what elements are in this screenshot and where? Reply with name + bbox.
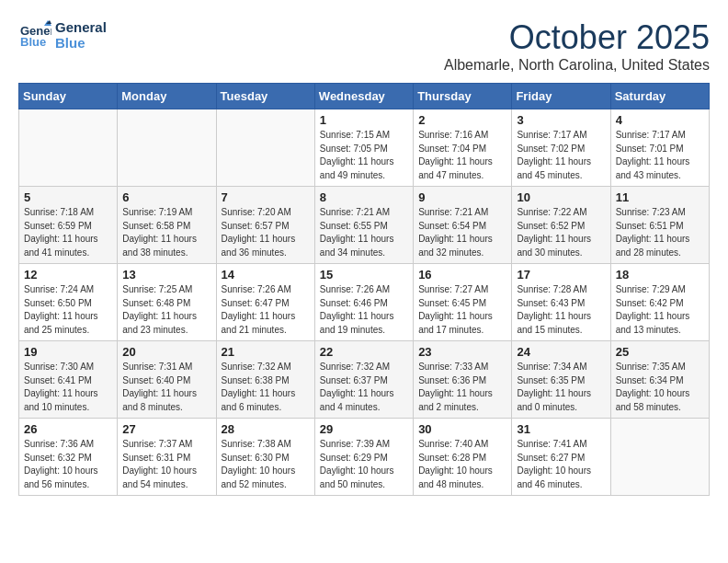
calendar-cell (19, 109, 118, 187)
calendar-cell: 1Sunrise: 7:15 AM Sunset: 7:05 PM Daylig… (314, 109, 413, 187)
day-info: Sunrise: 7:40 AM Sunset: 6:28 PM Dayligh… (418, 438, 506, 491)
day-number: 26 (24, 422, 112, 436)
logo-line1: General (55, 19, 107, 35)
calendar-header: SundayMondayTuesdayWednesdayThursdayFrid… (19, 84, 710, 109)
day-number: 4 (616, 113, 704, 127)
day-info: Sunrise: 7:29 AM Sunset: 6:42 PM Dayligh… (616, 283, 704, 337)
day-number: 1 (320, 113, 408, 127)
day-info: Sunrise: 7:28 AM Sunset: 6:43 PM Dayligh… (517, 283, 605, 337)
day-info: Sunrise: 7:32 AM Sunset: 6:37 PM Dayligh… (320, 361, 408, 414)
day-number: 13 (122, 268, 210, 282)
calendar-cell: 30Sunrise: 7:40 AM Sunset: 6:28 PM Dayli… (414, 419, 512, 496)
day-info: Sunrise: 7:23 AM Sunset: 6:51 PM Dayligh… (616, 206, 704, 259)
day-info: Sunrise: 7:17 AM Sunset: 7:01 PM Dayligh… (616, 129, 704, 182)
calendar-cell: 2Sunrise: 7:16 AM Sunset: 7:04 PM Daylig… (414, 109, 512, 187)
day-info: Sunrise: 7:25 AM Sunset: 6:48 PM Dayligh… (122, 283, 210, 337)
page-header: General Blue General Blue October 2025 A… (18, 18, 710, 74)
calendar-week-row: 5Sunrise: 7:18 AM Sunset: 6:59 PM Daylig… (19, 187, 710, 264)
calendar-cell: 13Sunrise: 7:25 AM Sunset: 6:48 PM Dayli… (118, 264, 216, 341)
calendar-cell: 9Sunrise: 7:21 AM Sunset: 6:54 PM Daylig… (414, 187, 512, 264)
calendar-cell: 12Sunrise: 7:24 AM Sunset: 6:50 PM Dayli… (19, 264, 118, 341)
calendar-cell: 7Sunrise: 7:20 AM Sunset: 6:57 PM Daylig… (216, 187, 314, 264)
day-number: 14 (222, 268, 310, 282)
logo-line2: Blue (55, 35, 107, 51)
calendar-cell: 3Sunrise: 7:17 AM Sunset: 7:02 PM Daylig… (512, 109, 610, 187)
day-number: 6 (122, 190, 210, 204)
day-number: 18 (616, 268, 704, 282)
day-number: 16 (418, 268, 506, 282)
day-number: 8 (320, 190, 408, 204)
day-info: Sunrise: 7:39 AM Sunset: 6:29 PM Dayligh… (320, 438, 408, 491)
weekday-header: Tuesday (216, 84, 314, 109)
day-info: Sunrise: 7:37 AM Sunset: 6:31 PM Dayligh… (122, 438, 210, 491)
logo-icon: General Blue (18, 18, 51, 52)
day-number: 25 (616, 345, 704, 359)
day-info: Sunrise: 7:27 AM Sunset: 6:45 PM Dayligh… (418, 283, 506, 337)
calendar-cell: 10Sunrise: 7:22 AM Sunset: 6:52 PM Dayli… (512, 187, 610, 264)
day-info: Sunrise: 7:35 AM Sunset: 6:34 PM Dayligh… (616, 361, 704, 414)
day-number: 17 (517, 268, 605, 282)
calendar-cell: 21Sunrise: 7:32 AM Sunset: 6:38 PM Dayli… (216, 341, 314, 419)
day-number: 12 (24, 268, 112, 282)
day-info: Sunrise: 7:31 AM Sunset: 6:40 PM Dayligh… (122, 361, 210, 414)
weekday-header: Wednesday (314, 84, 413, 109)
day-info: Sunrise: 7:20 AM Sunset: 6:57 PM Dayligh… (222, 206, 310, 259)
weekday-header: Sunday (19, 84, 118, 109)
day-info: Sunrise: 7:26 AM Sunset: 6:46 PM Dayligh… (320, 283, 408, 337)
day-number: 11 (616, 190, 704, 204)
day-info: Sunrise: 7:19 AM Sunset: 6:58 PM Dayligh… (122, 206, 210, 259)
calendar-cell: 15Sunrise: 7:26 AM Sunset: 6:46 PM Dayli… (314, 264, 413, 341)
calendar-cell: 19Sunrise: 7:30 AM Sunset: 6:41 PM Dayli… (19, 341, 118, 419)
day-info: Sunrise: 7:18 AM Sunset: 6:59 PM Dayligh… (24, 206, 112, 259)
calendar-cell (118, 109, 216, 187)
calendar-cell: 24Sunrise: 7:34 AM Sunset: 6:35 PM Dayli… (512, 341, 610, 419)
day-number: 21 (222, 345, 310, 359)
calendar-cell: 5Sunrise: 7:18 AM Sunset: 6:59 PM Daylig… (19, 187, 118, 264)
day-number: 22 (320, 345, 408, 359)
calendar-week-row: 12Sunrise: 7:24 AM Sunset: 6:50 PM Dayli… (19, 264, 710, 341)
day-number: 28 (222, 422, 310, 436)
day-info: Sunrise: 7:21 AM Sunset: 6:54 PM Dayligh… (418, 206, 506, 259)
location: Albemarle, North Carolina, United States (444, 57, 710, 74)
day-number: 23 (418, 345, 506, 359)
calendar-cell: 4Sunrise: 7:17 AM Sunset: 7:01 PM Daylig… (610, 109, 709, 187)
calendar-cell: 6Sunrise: 7:19 AM Sunset: 6:58 PM Daylig… (118, 187, 216, 264)
weekday-header: Friday (512, 84, 610, 109)
day-info: Sunrise: 7:36 AM Sunset: 6:32 PM Dayligh… (24, 438, 112, 491)
calendar-cell: 22Sunrise: 7:32 AM Sunset: 6:37 PM Dayli… (314, 341, 413, 419)
calendar-cell: 25Sunrise: 7:35 AM Sunset: 6:34 PM Dayli… (610, 341, 709, 419)
calendar-cell: 18Sunrise: 7:29 AM Sunset: 6:42 PM Dayli… (610, 264, 709, 341)
day-info: Sunrise: 7:17 AM Sunset: 7:02 PM Dayligh… (517, 129, 605, 182)
calendar-cell: 8Sunrise: 7:21 AM Sunset: 6:55 PM Daylig… (314, 187, 413, 264)
calendar-cell: 14Sunrise: 7:26 AM Sunset: 6:47 PM Dayli… (216, 264, 314, 341)
day-number: 3 (517, 113, 605, 127)
day-number: 30 (418, 422, 506, 436)
calendar-cell: 29Sunrise: 7:39 AM Sunset: 6:29 PM Dayli… (314, 419, 413, 496)
calendar-cell (610, 419, 709, 496)
day-number: 29 (320, 422, 408, 436)
calendar-week-row: 1Sunrise: 7:15 AM Sunset: 7:05 PM Daylig… (19, 109, 710, 187)
title-block: October 2025 Albemarle, North Carolina, … (444, 18, 710, 74)
logo: General Blue General Blue (18, 18, 107, 52)
calendar-week-row: 26Sunrise: 7:36 AM Sunset: 6:32 PM Dayli… (19, 419, 710, 496)
day-number: 10 (517, 190, 605, 204)
day-number: 15 (320, 268, 408, 282)
day-info: Sunrise: 7:26 AM Sunset: 6:47 PM Dayligh… (222, 283, 310, 337)
day-info: Sunrise: 7:32 AM Sunset: 6:38 PM Dayligh… (222, 361, 310, 414)
day-info: Sunrise: 7:24 AM Sunset: 6:50 PM Dayligh… (24, 283, 112, 337)
day-number: 24 (517, 345, 605, 359)
calendar-cell: 27Sunrise: 7:37 AM Sunset: 6:31 PM Dayli… (118, 419, 216, 496)
weekday-header: Monday (118, 84, 216, 109)
day-info: Sunrise: 7:15 AM Sunset: 7:05 PM Dayligh… (320, 129, 408, 182)
calendar-cell: 28Sunrise: 7:38 AM Sunset: 6:30 PM Dayli… (216, 419, 314, 496)
calendar-cell: 11Sunrise: 7:23 AM Sunset: 6:51 PM Dayli… (610, 187, 709, 264)
calendar-cell (216, 109, 314, 187)
day-info: Sunrise: 7:34 AM Sunset: 6:35 PM Dayligh… (517, 361, 605, 414)
weekday-header: Thursday (414, 84, 512, 109)
day-info: Sunrise: 7:41 AM Sunset: 6:27 PM Dayligh… (517, 438, 605, 491)
calendar-cell: 26Sunrise: 7:36 AM Sunset: 6:32 PM Dayli… (19, 419, 118, 496)
day-number: 7 (222, 190, 310, 204)
day-number: 19 (24, 345, 112, 359)
calendar-cell: 23Sunrise: 7:33 AM Sunset: 6:36 PM Dayli… (414, 341, 512, 419)
day-number: 2 (418, 113, 506, 127)
